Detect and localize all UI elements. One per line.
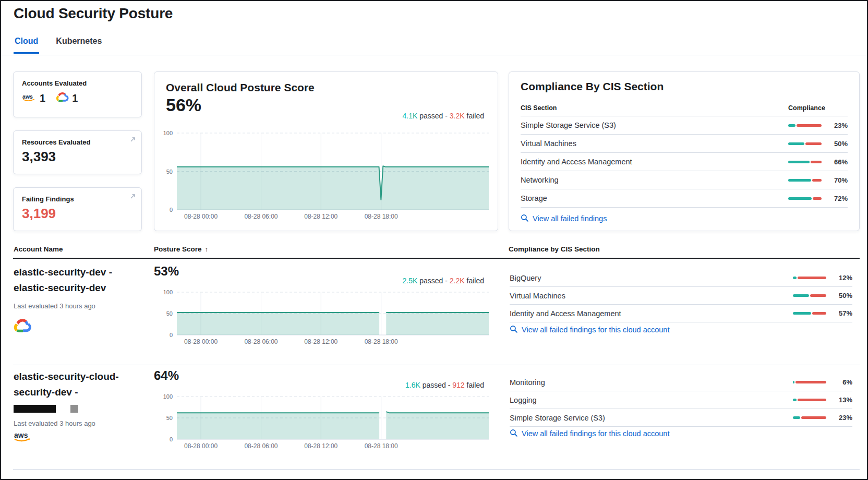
svg-text:08-28 06:00: 08-28 06:00 [244,338,278,345]
cis-section-column-header: CIS Section [521,104,788,112]
compliance-bar-passed [793,399,797,401]
compliance-bar-failed [812,179,822,182]
svg-text:100: 100 [163,289,173,295]
svg-text:08-28 12:00: 08-28 12:00 [304,338,337,345]
compliance-bar-passed [788,179,811,182]
compliance-by-cis-section-card: Compliance By CIS Section CIS Section Co… [509,71,860,231]
compliance-bar-failed [810,294,826,297]
compliance-percentage: 70% [826,176,848,184]
compliance-bar-passed [788,142,804,145]
compliance-bar-failed [805,142,822,145]
compliance-bar [793,312,826,315]
account-name: elastic-security-cloud- security-dev - [14,369,147,400]
compliance-percentage: 66% [826,158,848,166]
account-name-column-header: Account Name [14,245,63,253]
page-title: Cloud Security Posture [14,5,173,22]
aws-account-count: 1 [40,92,45,104]
compliance-bar-passed [793,381,794,383]
view-all-failed-findings-link[interactable]: View all failed findings [521,214,848,223]
compliance-table-header: CIS Section Compliance [521,104,848,116]
account-name: elastic-security-dev - elastic-security-… [14,265,147,296]
compliance-bar-failed [798,277,826,279]
svg-text:aws: aws [22,93,33,99]
svg-text:08-28 12:00: 08-28 12:00 [304,213,337,220]
bottom-divider [13,469,860,470]
compliance-bar-failed [812,312,826,315]
tab-kubernetes[interactable]: Kubernetes [55,37,103,54]
cis-section-name: Identity and Access Management [521,158,788,166]
compliance-row: Simple Storage Service (S3) 23% [510,409,852,427]
search-icon [521,214,528,223]
compliance-bar-passed [793,312,811,315]
accounts-evaluated-label: Accounts Evaluated [22,79,133,87]
compliance-bar [793,277,826,279]
svg-text:50: 50 [166,415,173,421]
svg-text:50: 50 [166,169,173,175]
compliance-bar-passed [793,294,809,297]
compliance-row: Virtual Machines 50% [510,287,852,305]
resources-evaluated-value: 3,393 [22,150,133,163]
cloud-security-posture-page: Cloud Security Posture Cloud Kubernetes … [0,0,868,480]
account-posture-score: 53% [154,265,179,278]
compliance-row: Simple Storage Service (S3) 23% [521,116,848,135]
compliance-row: Storage 72% [521,189,848,208]
svg-text:0: 0 [170,436,173,442]
compliance-bar-passed [788,124,795,127]
compliance-bar-passed [788,161,810,163]
compliance-bar-failed [813,197,822,200]
tab-cloud[interactable]: Cloud [14,37,39,54]
compliance-row: Networking 70% [521,171,848,189]
failed-count: 912 [452,381,464,389]
overall-score-title: Overall Cloud Posture Score [166,81,486,94]
row-divider [13,365,860,365]
view-failed-findings-account-link[interactable]: View all failed findings for this cloud … [510,429,669,438]
cis-section-name: Simple Storage Service (S3) [521,121,788,129]
tab-bar: Cloud Kubernetes [14,37,103,54]
compliance-bar-failed [801,416,826,419]
failed-count: 2.2K [450,277,465,285]
cis-section-name: Virtual Machines [521,139,788,148]
overall-posture-score-trend-chart: 05010008-28 00:0008-28 06:0008-28 12:000… [158,129,494,223]
compliance-panel-title: Compliance By CIS Section [521,80,848,93]
accounts-evaluated-card: Accounts Evaluated aws 1 1 [13,71,142,117]
redacted-icon [70,405,78,413]
gcp-account-count: 1 [72,92,78,104]
compliance-percentage: 50% [830,292,852,299]
aws-logo-icon: aws [14,431,31,444]
passed-count: 4.1K [403,112,418,120]
failed-count: 3.2K [450,112,465,120]
expand-icon[interactable] [129,136,136,145]
expand-icon[interactable] [129,193,136,202]
svg-text:08-28 06:00: 08-28 06:00 [244,442,278,450]
compliance-column-header: Compliance [788,104,848,112]
failing-findings-value: 3,199 [22,207,133,220]
compliance-bar [793,399,826,401]
compliance-bar [793,294,826,297]
view-failed-findings-account-link[interactable]: View all failed findings for this cloud … [510,325,669,334]
posture-score-column-header[interactable]: Posture Score↑ [154,245,208,253]
compliance-row: Monitoring 6% [510,374,852,391]
svg-text:08-28 12:00: 08-28 12:00 [304,442,337,450]
compliance-row: Identity and Access Management 57% [510,305,852,322]
compliance-percentage: 23% [830,414,852,422]
account-posture-trend-chart: 05010008-28 00:0008-28 06:0008-28 12:000… [158,393,494,454]
svg-text:08-28 18:00: 08-28 18:00 [365,442,398,450]
search-icon [510,429,517,438]
compliance-row: BigQuery 12% [510,269,852,287]
compliance-percentage: 50% [826,140,848,148]
gcp-logo-icon [14,318,31,335]
resources-evaluated-card[interactable]: Resources Evaluated 3,393 [13,130,142,174]
compliance-bar-passed [788,197,812,200]
svg-text:08-28 00:00: 08-28 00:00 [184,442,218,450]
compliance-bar [788,197,822,200]
cis-section-name: Networking [521,176,788,184]
failing-findings-card[interactable]: Failing Findings 3,199 [13,187,142,231]
svg-text:08-28 00:00: 08-28 00:00 [184,338,218,345]
compliance-bar [788,179,822,182]
account-compliance-rows: BigQuery 12% Virtual Machines 50% Identi… [510,269,852,322]
cis-section-name: BigQuery [510,274,793,282]
compliance-bar [793,381,826,383]
svg-text:100: 100 [163,130,173,136]
cis-section-name: Virtual Machines [510,292,793,300]
resources-evaluated-label: Resources Evaluated [22,138,133,146]
